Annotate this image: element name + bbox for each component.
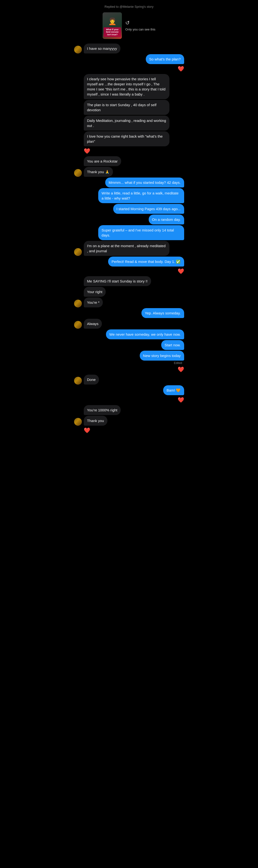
message-row: Start now.	[74, 340, 184, 350]
message-row: Me SAYING I'll start Sunday is story !!	[74, 276, 184, 286]
eye-icon: ↺	[125, 20, 155, 26]
message-bubble: I clearly see how pervasive the stories …	[84, 74, 170, 99]
message-row: I clearly see how pervasive the stories …	[74, 74, 184, 99]
avatar	[74, 418, 82, 426]
message-row: ❤️	[74, 426, 184, 435]
message-row: Thank you	[74, 416, 184, 426]
message-row: The plan is to start Sunday , 40 days of…	[74, 100, 184, 115]
message-bubble: Write a little, read a little, go for a …	[98, 188, 184, 203]
message-bubble: Mmmm... what if you started today? 42 da…	[105, 178, 184, 187]
message-row: New story begins today	[74, 351, 184, 361]
message-bubble: You're 1000% right	[84, 405, 121, 415]
message-bubble: We never have someday, we only have now.	[106, 330, 184, 339]
message-bubble: ❤️	[178, 267, 184, 276]
message-row: ❤️	[74, 147, 184, 156]
message-bubble: I'm on a plane at the moment , already m…	[84, 241, 170, 256]
message-row: You're *	[74, 298, 184, 307]
avatar	[74, 377, 82, 384]
message-bubble: You are a Rockstar	[84, 156, 121, 166]
message-bubble: New story begins today	[140, 351, 184, 361]
message-row: Always	[74, 319, 184, 329]
avatar	[74, 169, 82, 177]
avatar	[74, 248, 82, 256]
message-bubble: ❤️	[178, 65, 184, 73]
message-row: Your right	[74, 287, 184, 297]
message-row: On a random day.	[74, 215, 184, 224]
message-row: Mmmm... what if you started today? 42 da…	[74, 178, 184, 187]
message-row: Super grateful – and I've missed only 14…	[74, 225, 184, 240]
message-row: ❤️	[74, 366, 184, 374]
message-row: We never have someday, we only have now.	[74, 330, 184, 339]
message-bubble: Your right	[84, 287, 106, 297]
message-row: I have so manyyyy	[74, 43, 184, 54]
message-bubble: Yep. Always someday.	[141, 308, 184, 318]
message-row: So what's the plan?	[74, 54, 184, 64]
message-bubble: Super grateful – and I've missed only 14…	[98, 225, 184, 240]
message-bubble: I love how you came right back with "wha…	[84, 131, 170, 146]
message-row: I started Morning Pages 439 days ago...	[74, 204, 184, 214]
message-bubble: Always	[84, 319, 102, 329]
message-row: Daily Meditation, journaling , reading a…	[74, 116, 184, 131]
message-row: Done	[74, 375, 184, 384]
message-bubble: You're *	[84, 298, 103, 307]
message-row: I'm on a plane at the moment , already m…	[74, 241, 184, 256]
message-row: Thank you 🙏	[74, 167, 184, 177]
message-bubble: On a random day.	[149, 215, 184, 224]
message-row: Write a little, read a little, go for a …	[74, 188, 184, 203]
message-bubble: Perfect! Read & move that body. Day 1. ✅	[108, 257, 184, 267]
message-bubble: I started Morning Pages 439 days ago...	[113, 204, 184, 214]
avatar	[74, 300, 82, 307]
message-bubble: ❤️	[178, 396, 184, 404]
message-bubble: Done	[84, 375, 99, 384]
messages-container: I have so manyyyySo what's the plan?❤️I …	[71, 43, 187, 435]
story-image-text: What if your best excuse isn't true?	[104, 27, 121, 37]
avatar	[74, 46, 82, 54]
message-row: Yep. Always someday.	[74, 308, 184, 318]
message-bubble: The plan is to start Sunday , 40 days of…	[84, 100, 170, 115]
message-bubble: ❤️	[84, 426, 90, 435]
message-row: I love how you came right back with "wha…	[74, 131, 184, 146]
edited-label: Edited	[71, 361, 182, 365]
message-bubble: Me SAYING I'll start Sunday is story !!	[84, 276, 151, 286]
story-only-you-label: Only you can see this	[125, 28, 155, 32]
message-bubble: ❤️	[84, 147, 90, 156]
message-bubble: Bam! 🧡	[163, 385, 184, 395]
message-row: You are a Rockstar	[74, 156, 184, 166]
message-row: Bam! 🧡	[74, 385, 184, 395]
message-bubble: I have so manyyyy	[84, 43, 120, 54]
message-bubble: Thank you 🙏	[84, 167, 113, 177]
message-row: Perfect! Read & move that body. Day 1. ✅	[74, 257, 184, 267]
story-image: 🧑‍🦱 What if your best excuse isn't true?	[103, 12, 122, 39]
replied-to-label: Replied to @Melanie Spring's story	[71, 2, 187, 10]
message-bubble: Start now.	[161, 340, 184, 350]
message-bubble: Daily Meditation, journaling , reading a…	[84, 116, 170, 131]
message-row: You're 1000% right	[74, 405, 184, 415]
message-row: ❤️	[74, 267, 184, 276]
message-bubble: So what's the plan?	[146, 54, 184, 64]
message-row: ❤️	[74, 65, 184, 73]
story-face-emoji: 🧑‍🦱	[103, 13, 122, 29]
message-bubble: Thank you	[84, 416, 107, 426]
story-preview: 🧑‍🦱 What if your best excuse isn't true?…	[71, 10, 187, 43]
message-row: ❤️	[74, 396, 184, 404]
avatar	[74, 321, 82, 329]
message-bubble: ❤️	[178, 366, 184, 374]
story-meta: ↺ Only you can see this	[125, 20, 155, 32]
